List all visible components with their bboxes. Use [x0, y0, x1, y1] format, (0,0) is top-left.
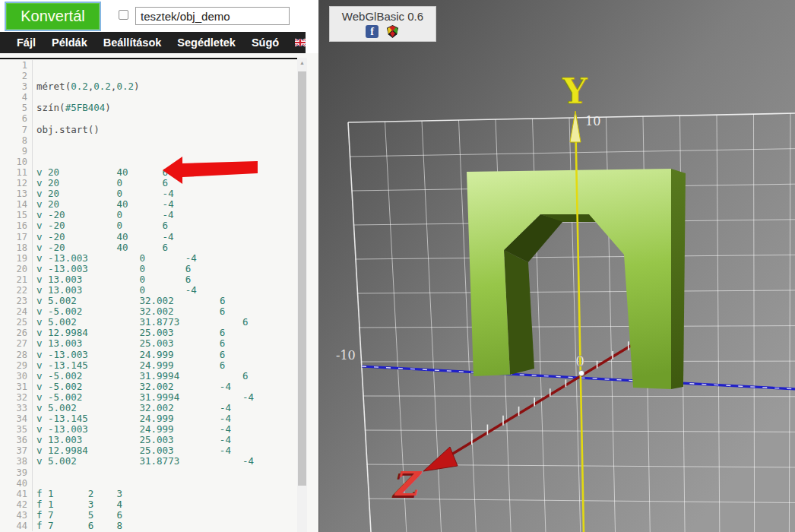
line-number: 11: [0, 167, 32, 178]
code-line: 13v 20 0 -4: [0, 188, 297, 199]
line-number: 14: [0, 199, 32, 210]
line-number: 42: [0, 499, 32, 510]
code-text: v 5.002 32.002 6: [32, 296, 297, 306]
scene-background: [319, 0, 795, 532]
code-text: v 13.003 25.003 6: [32, 338, 297, 349]
line-number: 23: [0, 296, 32, 306]
scene-canvas[interactable]: Z Z Y 10 -10 0: [319, 0, 795, 532]
code-text: v -13.003 24.999 6: [32, 350, 297, 360]
scrollbar-thumb[interactable]: [298, 71, 306, 486]
x-min-tick-label: -10: [336, 348, 356, 363]
code-line: 26v 12.9984 25.003 6: [0, 328, 297, 338]
code-text: [32, 467, 297, 478]
code-text: szín(#5FB404): [32, 103, 297, 113]
code-editor[interactable]: 123méret(0.2,0.2,0.2)45szín(#5FB404)67ob…: [0, 53, 318, 532]
menubar: FájlPéldákBeállításokSegédletekSúgó: [0, 32, 306, 53]
menu-item-5[interactable]: Súgó: [252, 36, 279, 49]
code-line: 9: [0, 146, 297, 157]
code-line: 2: [0, 71, 297, 81]
code-text: f 1 2 3: [32, 489, 297, 499]
left-panel: Konvertál FájlPéldákBeállításokSegédlete…: [0, 0, 318, 532]
line-number: 17: [0, 232, 32, 242]
line-number: 1: [0, 60, 32, 71]
line-number: 26: [0, 328, 32, 338]
code-text: f 7 5 6: [32, 510, 297, 521]
line-number: 43: [0, 510, 32, 521]
code-line: 21v 13.003 0 6: [0, 274, 297, 285]
line-number: 6: [0, 113, 32, 124]
line-number: 39: [0, 467, 32, 478]
code-text: v -5.002 32.002 6: [32, 306, 297, 317]
code-line: 33v 5.002 32.002 -4: [0, 403, 297, 413]
code-line: 31v -5.002 32.002 -4: [0, 382, 297, 392]
y-axis-label: Y: [562, 71, 588, 112]
origin-point: [578, 370, 584, 375]
code-line: 22v 13.003 0 -4: [0, 285, 297, 296]
viewport-3d: Z Z Y 10 -10 0 WebGlBasic 0.6 f: [318, 0, 795, 532]
code-line: 34v -13.145 24.999 -4: [0, 413, 297, 424]
code-text: v 20 0 6: [32, 178, 297, 188]
menu-item-4[interactable]: Segédletek: [177, 36, 236, 49]
code-text: obj.start(): [32, 125, 297, 135]
code-text: v -20 40 -4: [32, 232, 297, 242]
line-number: 28: [0, 350, 32, 360]
arch-side-face: [671, 169, 686, 389]
code-text: v -20 0 6: [32, 220, 297, 231]
line-number: 10: [0, 157, 32, 167]
line-number: 25: [0, 317, 32, 328]
origin-label: 0: [575, 353, 584, 369]
line-number: 41: [0, 489, 32, 499]
line-number: 13: [0, 188, 32, 199]
filename-input[interactable]: [135, 7, 290, 25]
line-number: 20: [0, 264, 32, 274]
code-text: [32, 157, 297, 167]
code-line: 32v -5.002 31.9994 -4: [0, 392, 297, 403]
code-line: 40: [0, 478, 297, 489]
code-text: [32, 60, 297, 71]
menu-item-3[interactable]: Beállítások: [103, 36, 162, 49]
convert-button[interactable]: Konvertál: [6, 3, 100, 30]
code-line: 3méret(0.2,0.2,0.2): [0, 81, 297, 92]
menu-item-2[interactable]: Példák: [52, 36, 87, 49]
code-line: 5szín(#5FB404): [0, 103, 297, 113]
cube-badge-icon[interactable]: [385, 24, 400, 39]
line-number: 33: [0, 403, 32, 413]
facebook-icon[interactable]: f: [366, 25, 378, 38]
webgl-info-box: WebGlBasic 0.6 f: [329, 6, 436, 42]
code-text: [32, 92, 297, 103]
line-number: 24: [0, 306, 32, 317]
code-line: 14v 20 40 -4: [0, 199, 297, 210]
code-text: v 5.002 32.002 -4: [32, 403, 297, 413]
line-number: 35: [0, 424, 32, 435]
code-line: 20v -13.003 0 6: [0, 264, 297, 274]
line-number: 30: [0, 371, 32, 382]
code-text: v 5.002 31.8773 -4: [32, 456, 297, 467]
uk-flag-icon[interactable]: [295, 36, 306, 49]
code-line: 37v 12.9984 25.003 -4: [0, 445, 297, 456]
editor-scrollbar[interactable]: ▲: [297, 58, 307, 532]
code-line: 39: [0, 467, 297, 478]
scroll-up-button[interactable]: ▲: [297, 58, 307, 68]
menu-item-1[interactable]: Fájl: [17, 36, 36, 49]
code-line: 35v -13.003 24.999 -4: [0, 424, 297, 435]
line-number: 40: [0, 478, 32, 489]
line-number: 29: [0, 360, 32, 371]
code-text: v -13.003 0 6: [32, 264, 297, 274]
code-text: v -13.003 24.999 -4: [32, 424, 297, 435]
line-number: 2: [0, 71, 32, 81]
code-line: 36v 13.003 25.003 -4: [0, 435, 297, 445]
code-text: f 7 6 8: [32, 521, 297, 531]
code-line: 44f 7 6 8: [0, 521, 297, 531]
code-line: 10: [0, 157, 297, 167]
webgl-title: WebGlBasic 0.6: [330, 10, 436, 23]
filename-checkbox[interactable]: [119, 10, 128, 20]
line-number: 12: [0, 178, 32, 188]
code-text: [32, 71, 297, 81]
code-text: v -5.002 31.9994 6: [32, 371, 297, 382]
code-text: v 20 40 6: [32, 167, 297, 178]
code-text: v -13.145 24.999 -4: [32, 413, 297, 424]
code-text: [32, 478, 297, 489]
line-number: 27: [0, 338, 32, 349]
code-line: 16v -20 0 6: [0, 220, 297, 231]
code-line: 6: [0, 113, 297, 124]
